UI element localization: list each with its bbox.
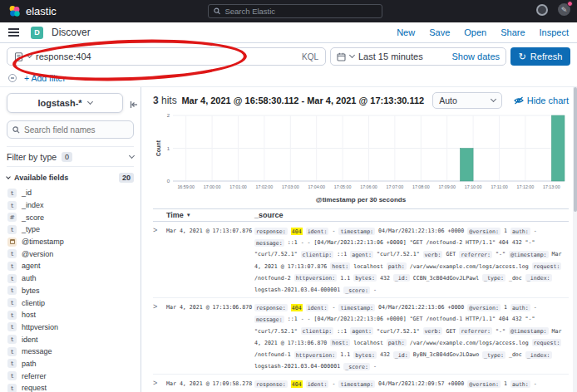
notification-dot xyxy=(567,1,573,7)
show-dates-button[interactable]: Show dates xyxy=(452,51,500,61)
field-search[interactable] xyxy=(7,120,134,139)
query-input[interactable]: response:404 KQL xyxy=(7,47,326,66)
nav-actions: NewSaveOpenShareInspect xyxy=(397,27,569,37)
global-search-input[interactable] xyxy=(224,7,377,16)
available-fields-count-badge: 20 xyxy=(119,173,134,183)
search-icon xyxy=(214,7,220,15)
brand-name: elastic xyxy=(26,5,57,17)
scrollbar[interactable] xyxy=(573,87,577,392)
interval-select[interactable]: Auto xyxy=(432,92,502,109)
nav-action-new[interactable]: New xyxy=(397,27,415,37)
string-field-icon: t xyxy=(7,298,17,307)
query-bar: response:404 KQL Last 15 minutes Show da… xyxy=(0,43,577,70)
field-item-bytes[interactable]: tbytes xyxy=(7,285,134,297)
collapse-sidebar-icon[interactable] xyxy=(130,97,138,112)
string-field-icon: t xyxy=(7,189,17,198)
field-item-_index[interactable]: t_index xyxy=(7,199,134,212)
field-item-httpversion[interactable]: thttpversion xyxy=(7,321,134,334)
header-actions: ✎ xyxy=(536,3,570,16)
search-icon xyxy=(12,126,20,134)
filter-by-type[interactable]: Filter by type 0 xyxy=(7,146,134,167)
scrollbar-thumb[interactable] xyxy=(574,87,577,212)
calendar-icon[interactable] xyxy=(337,52,346,61)
chart-time-range: Mar 4, 2021 @ 16:58:30.112 - Mar 4, 2021… xyxy=(181,96,424,105)
nav-action-save[interactable]: Save xyxy=(429,27,450,37)
discover-app-badge: D xyxy=(31,27,43,39)
string-field-icon: t xyxy=(7,311,17,320)
index-pattern-select[interactable]: logstash-* xyxy=(7,93,123,113)
svg-text:17:12:00: 17:12:00 xyxy=(517,184,535,189)
hits-row: 3 hits Mar 4, 2021 @ 16:58:30.112 - Mar … xyxy=(153,91,569,110)
histogram-chart[interactable]: 01216:59:0017:00:0017:01:0017:02:0017:03… xyxy=(153,112,569,203)
field-item-ident[interactable]: tident xyxy=(7,333,134,345)
field-item-request[interactable]: trequest xyxy=(7,382,134,392)
add-filter-button[interactable]: + Add filter xyxy=(24,73,66,83)
nav-action-inspect[interactable]: Inspect xyxy=(540,27,569,37)
field-item-message[interactable]: tmessage xyxy=(7,345,134,358)
global-header: elastic ✎ xyxy=(0,0,577,22)
hide-chart-button[interactable]: Hide chart xyxy=(514,96,569,105)
field-item-agent[interactable]: tagent xyxy=(7,260,134,272)
elastic-logo[interactable]: elastic xyxy=(8,5,57,17)
string-field-icon: t xyxy=(7,201,17,210)
doc-source: response: 404 ident: - timestamp: 04/Mar… xyxy=(254,378,569,392)
page-body: logstash-* Filter by type 0 xyxy=(0,87,577,392)
field-item-_id[interactable]: t_id xyxy=(7,187,134,199)
interval-chevron-icon xyxy=(491,96,496,102)
string-field-icon: t xyxy=(7,262,17,271)
field-item-auth[interactable]: tauth xyxy=(7,272,134,285)
nav-action-open[interactable]: Open xyxy=(464,27,486,37)
svg-text:17:03:00: 17:03:00 xyxy=(282,184,299,189)
saved-query-icon[interactable] xyxy=(14,52,23,61)
filter-bar: + Add filter xyxy=(0,70,577,87)
hide-chart-label: Hide chart xyxy=(527,96,569,105)
field-item-referrer[interactable]: treferrer xyxy=(7,370,134,382)
time-range-label[interactable]: Last 15 minutes xyxy=(358,51,423,61)
doc-table-header: Time ▼ _source xyxy=(153,208,569,222)
field-name: _type xyxy=(22,225,40,233)
hits-number: 3 xyxy=(153,95,159,106)
svg-text:17:06:00: 17:06:00 xyxy=(360,184,377,189)
global-search[interactable] xyxy=(208,4,382,18)
doc-source: response: 404 ident: - timestamp: 04/Mar… xyxy=(254,225,569,296)
field-search-input[interactable] xyxy=(24,125,116,135)
available-fields-header[interactable]: Available fields 20 xyxy=(7,173,134,183)
query-text[interactable]: response:404 xyxy=(36,51,91,61)
field-item-path[interactable]: tpath xyxy=(7,358,134,370)
hits-count: 3 hits xyxy=(153,95,177,106)
time-column-header[interactable]: Time ▼ xyxy=(166,211,254,219)
sidebar: logstash-* Filter by type 0 xyxy=(0,87,141,392)
date-picker-chevron-icon[interactable] xyxy=(349,52,355,58)
saved-query-chevron-icon[interactable] xyxy=(27,52,32,58)
expand-row-icon[interactable]: > xyxy=(153,378,166,392)
field-item-clientip[interactable]: tclientip xyxy=(7,296,134,309)
field-item-_score[interactable]: #_score xyxy=(7,211,134,223)
svg-text:17:10:00: 17:10:00 xyxy=(465,184,482,189)
date-picker[interactable]: Last 15 minutes Show dates xyxy=(330,47,506,66)
filter-options-icon[interactable] xyxy=(8,74,17,82)
field-name: @version xyxy=(22,250,53,258)
field-item-_type[interactable]: t_type xyxy=(7,223,134,236)
field-item-@version[interactable]: t@version xyxy=(7,247,134,260)
histogram-svg: 01216:59:0017:00:0017:01:0017:02:0017:03… xyxy=(153,112,568,192)
string-field-icon: t xyxy=(7,384,17,392)
expand-row-icon[interactable]: > xyxy=(153,301,166,372)
expand-row-icon[interactable]: > xyxy=(153,225,166,296)
field-name: auth xyxy=(22,274,37,282)
field-name: _index xyxy=(22,201,44,209)
field-item-host[interactable]: thost xyxy=(7,309,134,321)
help-icon[interactable] xyxy=(536,4,548,16)
user-avatar[interactable]: ✎ xyxy=(558,3,570,16)
menu-icon[interactable] xyxy=(8,28,19,37)
field-name: ident xyxy=(22,336,38,344)
table-row: >Mar 4, 2021 @ 17:13:07.876response: 404… xyxy=(153,222,569,298)
doc-table-body: >Mar 4, 2021 @ 17:13:07.876response: 404… xyxy=(153,222,569,392)
svg-text:17:08:00: 17:08:00 xyxy=(412,184,430,189)
available-fields-label: Available fields xyxy=(14,174,68,182)
nav-action-share[interactable]: Share xyxy=(501,27,525,37)
interval-value: Auto xyxy=(439,96,457,105)
refresh-button[interactable]: ↻ Refresh xyxy=(510,47,570,66)
query-language-button[interactable]: KQL xyxy=(302,52,318,61)
string-field-icon: t xyxy=(7,274,17,283)
field-item-@timestamp[interactable]: @timestamp xyxy=(7,236,134,248)
